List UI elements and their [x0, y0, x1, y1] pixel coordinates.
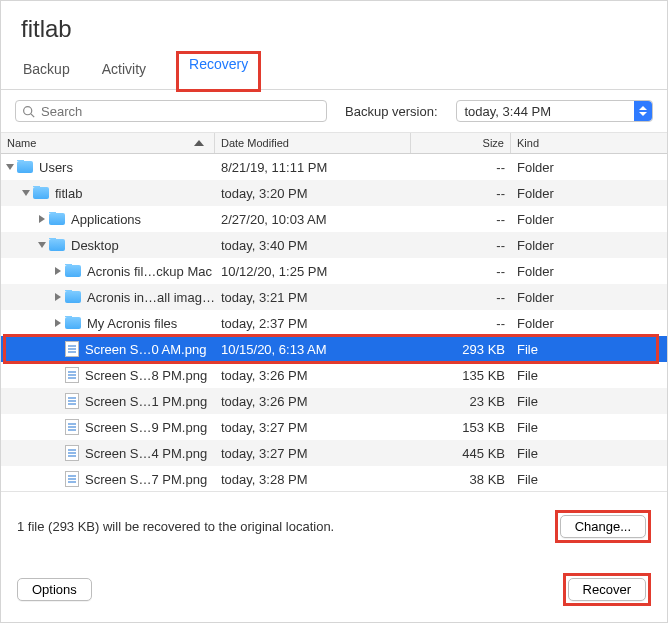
column-header-kind[interactable]: Kind: [511, 133, 667, 153]
row-name: Screen S…7 PM.png: [85, 472, 207, 487]
row-kind: File: [511, 394, 667, 409]
row-size: 293 KB: [411, 342, 511, 357]
table-row[interactable]: Screen S…1 PM.pngtoday, 3:26 PM23 KBFile: [1, 388, 667, 414]
row-name: Screen S…8 PM.png: [85, 368, 207, 383]
options-button[interactable]: Options: [17, 578, 92, 601]
row-date: 10/15/20, 6:13 AM: [215, 342, 411, 357]
tab-backup[interactable]: Backup: [21, 53, 72, 89]
row-kind: Folder: [511, 186, 667, 201]
table-row[interactable]: Screen S…4 PM.pngtoday, 3:27 PM445 KBFil…: [1, 440, 667, 466]
table-row[interactable]: Screen S…8 PM.pngtoday, 3:26 PM135 KBFil…: [1, 362, 667, 388]
recovery-window: fitlab Backup Activity Recovery Backup v…: [0, 0, 668, 623]
table-row[interactable]: Desktoptoday, 3:40 PM--Folder: [1, 232, 667, 258]
recover-button[interactable]: Recover: [568, 578, 646, 601]
row-name: Screen S…0 AM.png: [85, 342, 206, 357]
disclosure-triangle-icon[interactable]: [55, 293, 61, 301]
disclosure-triangle-icon[interactable]: [38, 242, 46, 248]
row-date: today, 3:27 PM: [215, 420, 411, 435]
row-size: 135 KB: [411, 368, 511, 383]
sort-ascending-icon: [194, 140, 204, 146]
disclosure-triangle-icon[interactable]: [39, 215, 45, 223]
toolbar: Backup version: today, 3:44 PM: [1, 90, 667, 133]
row-date: today, 3:26 PM: [215, 394, 411, 409]
row-name: Screen S…1 PM.png: [85, 394, 207, 409]
folder-icon: [17, 161, 33, 173]
row-date: today, 2:37 PM: [215, 316, 411, 331]
table-row[interactable]: fitlabtoday, 3:20 PM--Folder: [1, 180, 667, 206]
change-button[interactable]: Change...: [560, 515, 646, 538]
backup-version-select[interactable]: today, 3:44 PM: [456, 100, 654, 122]
column-header-date[interactable]: Date Modified: [215, 133, 411, 153]
folder-icon: [33, 187, 49, 199]
row-size: 153 KB: [411, 420, 511, 435]
file-icon: [65, 341, 79, 357]
row-name: Desktop: [71, 238, 119, 253]
file-icon: [65, 419, 79, 435]
disclosure-triangle-icon[interactable]: [55, 267, 61, 275]
annotation-highlight-recover-button: Recover: [563, 573, 651, 606]
folder-icon: [65, 291, 81, 303]
backup-version-label: Backup version:: [345, 104, 438, 119]
row-name: Acronis fil…ckup Mac: [87, 264, 212, 279]
table-row[interactable]: Acronis in…all imagestoday, 3:21 PM--Fol…: [1, 284, 667, 310]
table-row[interactable]: Screen S…9 PM.pngtoday, 3:27 PM153 KBFil…: [1, 414, 667, 440]
row-size: --: [411, 238, 511, 253]
row-kind: File: [511, 342, 667, 357]
row-kind: File: [511, 446, 667, 461]
row-size: 38 KB: [411, 472, 511, 487]
row-date: today, 3:27 PM: [215, 446, 411, 461]
column-header-name[interactable]: Name: [1, 133, 215, 153]
tab-recovery[interactable]: Recovery: [189, 56, 248, 72]
row-name: Acronis in…all images: [87, 290, 215, 305]
file-icon: [65, 445, 79, 461]
row-name: Users: [39, 160, 73, 175]
row-date: 8/21/19, 11:11 PM: [215, 160, 411, 175]
folder-icon: [65, 317, 81, 329]
row-date: today, 3:26 PM: [215, 368, 411, 383]
row-size: --: [411, 264, 511, 279]
column-header-size[interactable]: Size: [411, 133, 511, 153]
row-kind: File: [511, 472, 667, 487]
svg-line-1: [31, 113, 34, 116]
table-row[interactable]: Applications2/27/20, 10:03 AM--Folder: [1, 206, 667, 232]
row-date: today, 3:40 PM: [215, 238, 411, 253]
file-tree[interactable]: Users8/21/19, 11:11 PM--Folderfitlabtoda…: [1, 154, 667, 491]
row-kind: Folder: [511, 316, 667, 331]
row-date: today, 3:21 PM: [215, 290, 411, 305]
row-date: 10/12/20, 1:25 PM: [215, 264, 411, 279]
row-kind: Folder: [511, 264, 667, 279]
table-row[interactable]: Screen S…0 AM.png10/15/20, 6:13 AM293 KB…: [1, 336, 667, 362]
row-size: --: [411, 160, 511, 175]
row-kind: Folder: [511, 290, 667, 305]
row-kind: Folder: [511, 160, 667, 175]
search-field[interactable]: [15, 100, 327, 122]
row-size: --: [411, 290, 511, 305]
backup-version-value: today, 3:44 PM: [465, 104, 551, 119]
disclosure-triangle-icon[interactable]: [22, 190, 30, 196]
table-row[interactable]: My Acronis filestoday, 2:37 PM--Folder: [1, 310, 667, 336]
annotation-highlight-recovery-tab: Recovery: [176, 51, 261, 92]
row-kind: Folder: [511, 238, 667, 253]
column-headers: Name Date Modified Size Kind: [1, 133, 667, 154]
tab-activity[interactable]: Activity: [100, 53, 148, 89]
window-title: fitlab: [1, 1, 667, 47]
row-date: today, 3:28 PM: [215, 472, 411, 487]
disclosure-triangle-icon[interactable]: [6, 164, 14, 170]
row-size: 23 KB: [411, 394, 511, 409]
row-name: Screen S…4 PM.png: [85, 446, 207, 461]
file-icon: [65, 471, 79, 487]
table-row[interactable]: Users8/21/19, 11:11 PM--Folder: [1, 154, 667, 180]
status-bar: 1 file (293 KB) will be recovered to the…: [1, 491, 667, 561]
search-input[interactable]: [39, 103, 320, 120]
file-icon: [65, 367, 79, 383]
table-row[interactable]: Screen S…7 PM.pngtoday, 3:28 PM38 KBFile: [1, 466, 667, 491]
row-size: --: [411, 212, 511, 227]
row-kind: File: [511, 368, 667, 383]
folder-icon: [49, 239, 65, 251]
folder-icon: [49, 213, 65, 225]
row-size: --: [411, 186, 511, 201]
disclosure-triangle-icon[interactable]: [55, 319, 61, 327]
folder-icon: [65, 265, 81, 277]
row-size: --: [411, 316, 511, 331]
table-row[interactable]: Acronis fil…ckup Mac10/12/20, 1:25 PM--F…: [1, 258, 667, 284]
